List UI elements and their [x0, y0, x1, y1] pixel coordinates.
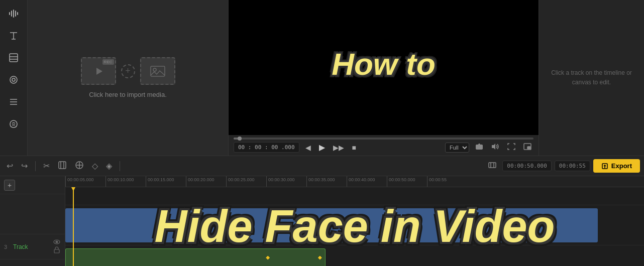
timeline-track-row-1[interactable] [65, 205, 644, 245]
media-add-icon: + [121, 64, 135, 78]
export-label: Export [611, 162, 632, 170]
ruler-mark-9: 00:00:50.000 [387, 176, 427, 187]
keyframe-button[interactable]: ◇ [89, 160, 100, 172]
toolbar-divider-1 [35, 161, 36, 171]
svg-rect-24 [527, 147, 530, 149]
plus-symbol: + [125, 66, 131, 76]
ruler-mark-2: 00:00:10.000 [105, 176, 146, 187]
ruler-mark-10: 00:00:55 [427, 176, 467, 187]
settings-button[interactable] [485, 159, 499, 173]
timeline-ruler: 00:00:05.000 00:00:10.000 00:00:15.000 0… [65, 176, 644, 187]
image-import-box [140, 57, 175, 85]
rec-badge: REC [102, 59, 114, 65]
svg-rect-18 [151, 66, 165, 76]
preview-canvas: How to [229, 0, 539, 135]
timeline-toolbar: ↩ ↪ ✂ ◇ ◈ 00 [0, 156, 644, 176]
svg-marker-22 [492, 144, 495, 150]
camera-button[interactable] [473, 142, 485, 153]
svg-point-19 [153, 68, 156, 71]
playhead[interactable] [73, 187, 74, 266]
preview-controls-row: 00 : 00 : 00 .000 ◀ ▶ ▶▶ ■ Full 1/2 1/4 [234, 142, 533, 153]
waveform-icon[interactable] [4, 4, 23, 23]
effects-icon[interactable] [4, 70, 23, 89]
export-button[interactable]: Export [593, 159, 640, 173]
svg-point-12 [12, 78, 15, 81]
svg-rect-3 [15, 11, 16, 17]
ruler-mark-3: 00:00:15.000 [146, 176, 186, 187]
cut-button[interactable]: ✂ [41, 160, 52, 172]
svg-point-37 [56, 241, 58, 243]
trim-button[interactable] [55, 159, 69, 173]
redo-button[interactable]: ↪ [19, 160, 30, 172]
rewind-button[interactable]: ◀ [303, 143, 313, 153]
ruler-mark-4: 00:00:20.000 [186, 176, 226, 187]
preview-area: How to 00 : 00 : 00 .000 ◀ ▶ ▶▶ ■ Full 1… [229, 0, 539, 156]
track-label-3: Track [13, 243, 50, 250]
track-number-3: 3 [4, 244, 10, 250]
timeline-body: + 3 Track [0, 176, 644, 266]
svg-rect-1 [11, 11, 12, 17]
track-visibility-button[interactable] [53, 239, 61, 245]
svg-rect-25 [59, 162, 66, 169]
properties-hint: Click a track on the timeline or canvas … [539, 58, 644, 97]
pip-button[interactable] [521, 142, 533, 153]
sidebar [0, 0, 28, 156]
video-import-box: REC [81, 57, 116, 85]
ruler-mark-6: 00:00:30.000 [266, 176, 306, 187]
timeline-clip-main[interactable] [65, 208, 598, 242]
main-area: REC + Click here to import media. [0, 0, 644, 156]
timeline-track-headers: + 3 Track [0, 176, 65, 266]
media-icons: REC + [81, 57, 175, 85]
fast-forward-button[interactable]: ▶▶ [331, 143, 346, 153]
timeline-timecode-end: 00:00:55 [555, 161, 590, 171]
add-track-button[interactable]: + [4, 180, 15, 191]
fullscreen-button[interactable] [505, 142, 517, 153]
media-import-area: REC + Click here to import media. [81, 57, 175, 98]
timeline-content: 00:00:05.000 00:00:10.000 00:00:15.000 0… [65, 176, 644, 266]
title-line1: How to [332, 47, 436, 81]
svg-rect-4 [17, 12, 18, 15]
quality-select[interactable]: Full 1/2 1/4 [445, 143, 469, 153]
svg-marker-17 [96, 68, 102, 75]
split-button[interactable] [72, 159, 86, 173]
undo-button[interactable]: ↩ [4, 160, 16, 172]
keyframe2-button[interactable]: ◈ [103, 160, 115, 172]
svg-rect-38 [54, 249, 59, 253]
preview-title: How to [332, 47, 436, 81]
svg-rect-0 [9, 12, 10, 15]
ruler-mark-8: 00:00:40.000 [347, 176, 387, 187]
volume-button[interactable] [489, 142, 501, 153]
ruler-marks: 00:00:05.000 00:00:10.000 00:00:15.000 0… [65, 176, 644, 187]
text-icon[interactable] [4, 26, 23, 45]
timeline-clip-overlay[interactable] [65, 248, 326, 266]
timeline-tracks-content: Hide Face in Video [65, 187, 644, 266]
svg-point-11 [10, 76, 17, 83]
properties-panel: Click a track on the timeline or canvas … [539, 0, 644, 156]
timeline-track-row-add [65, 187, 644, 205]
media-panel[interactable]: REC + Click here to import media. [28, 0, 229, 156]
svg-rect-8 [10, 54, 18, 62]
toolbar-divider-2 [120, 161, 120, 171]
layers-icon[interactable] [4, 92, 23, 111]
preview-progress-bar[interactable] [234, 138, 533, 140]
svg-rect-2 [13, 10, 14, 18]
timeline-timecode-start: 00:00:50.000 [502, 161, 551, 171]
timeline-track-row-3[interactable] [65, 245, 644, 266]
media-import-text: Click here to import media. [89, 91, 167, 98]
play-button[interactable]: ▶ [317, 142, 327, 153]
preview-controls: 00 : 00 : 00 .000 ◀ ▶ ▶▶ ■ Full 1/2 1/4 [229, 135, 539, 156]
track-header-main [0, 194, 65, 234]
mask-icon[interactable] [4, 114, 23, 134]
track-lock-button[interactable] [53, 246, 61, 254]
track-icons-3 [53, 239, 61, 254]
filter-icon[interactable] [4, 48, 23, 67]
timeline-area: ↩ ↪ ✂ ◇ ◈ 00 [0, 156, 644, 266]
ruler-mark-7: 00:00:35.000 [306, 176, 347, 187]
ruler-mark-5: 00:00:25.000 [226, 176, 266, 187]
ruler-mark-1: 00:00:05.000 [65, 176, 105, 187]
preview-progress-thumb [238, 137, 242, 141]
stop-button[interactable]: ■ [350, 143, 358, 153]
add-track-row: + [0, 176, 65, 194]
time-display: 00 : 00 : 00 .000 [234, 142, 299, 153]
svg-rect-31 [489, 163, 496, 168]
